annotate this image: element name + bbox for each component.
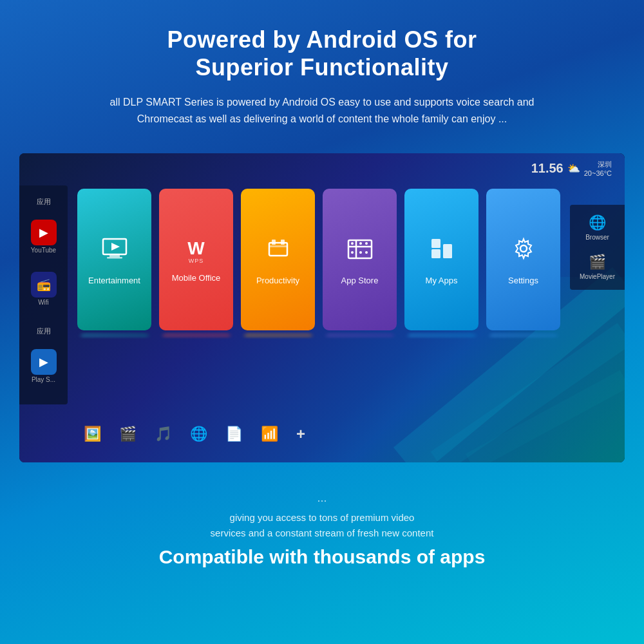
toolbar-wifi-icon[interactable]: 📶 xyxy=(261,426,278,442)
time-display: 11.56 xyxy=(531,161,564,176)
top-section: Powered by Android OS for Superior Funct… xyxy=(0,0,644,140)
subtitle-text: all DLP SMART Series is powered by Andro… xyxy=(97,94,547,127)
svg-rect-10 xyxy=(281,240,285,245)
play-store-icon-box: ▶ xyxy=(31,349,57,375)
weather-info: 深圳 20~36°C xyxy=(584,160,612,178)
youtube-label: YouTube xyxy=(31,247,56,254)
bottom-section: ... giving you access to tons of premium… xyxy=(0,475,644,581)
location: 深圳 xyxy=(584,160,612,169)
toolbar-browser-icon[interactable]: 🌐 xyxy=(190,426,207,442)
apps-area: Entertainment W WPS Mobile Office xyxy=(71,189,567,330)
entertainment-label: Entertainment xyxy=(88,276,140,285)
svg-point-16 xyxy=(365,251,368,254)
browser-icon: 🌐 xyxy=(589,214,606,231)
right-sidebar: 🌐 Browser 🎬 MoviePlayer xyxy=(570,205,625,290)
svg-point-19 xyxy=(365,242,368,245)
svg-point-18 xyxy=(359,242,362,245)
svg-point-23 xyxy=(520,245,527,252)
svg-rect-20 xyxy=(431,239,440,248)
settings-label: Settings xyxy=(508,276,538,285)
app-card-my-apps[interactable]: My Apps xyxy=(404,189,478,330)
toolbar-add-icon[interactable]: + xyxy=(296,425,305,443)
mobile-office-icon: W WPS xyxy=(187,240,204,264)
movieplayer-icon: 🎬 xyxy=(589,254,606,270)
settings-icon xyxy=(511,236,536,267)
svg-marker-6 xyxy=(111,243,120,251)
svg-point-14 xyxy=(351,251,354,254)
sidebar-item-apps-label2: 应用 xyxy=(19,321,68,340)
toolbar-music-icon[interactable]: 🎵 xyxy=(155,426,172,442)
app-card-settings[interactable]: Settings xyxy=(486,189,560,330)
app-card-entertainment[interactable]: Entertainment xyxy=(77,189,151,330)
svg-rect-8 xyxy=(269,245,287,247)
sidebar-chinese-label1: 应用 xyxy=(37,197,51,207)
title-line2: Superior Functionality xyxy=(195,54,448,80)
svg-line-2 xyxy=(470,379,625,462)
svg-rect-4 xyxy=(109,254,120,257)
play-store-icon: ▶ xyxy=(39,355,48,369)
left-sidebar: 应用 ▶ YouTube 📻 Wifi 应用 ▶ Pl xyxy=(19,185,68,404)
radio-icon-box: 📻 xyxy=(31,272,57,298)
browser-label: Browser xyxy=(585,234,609,241)
svg-rect-5 xyxy=(107,257,122,259)
wifi-label: Wifi xyxy=(38,299,49,306)
bottom-main-text: Compatible with thousands of apps xyxy=(52,546,592,568)
entertainment-icon xyxy=(102,236,128,267)
screen-container: 11.56 ⛅ 深圳 20~36°C 应用 ▶ YouTube 📻 xyxy=(19,153,625,462)
sidebar-item-play[interactable]: ▶ Play S... xyxy=(19,345,68,387)
svg-rect-22 xyxy=(443,244,452,258)
right-sidebar-movieplayer[interactable]: 🎬 MoviePlayer xyxy=(580,254,615,280)
radio-icon: 📻 xyxy=(37,278,51,292)
svg-rect-9 xyxy=(272,240,276,245)
my-apps-icon xyxy=(429,236,455,267)
productivity-icon xyxy=(266,236,290,267)
youtube-icon-box: ▶ xyxy=(31,220,57,245)
svg-point-15 xyxy=(359,251,362,254)
svg-point-17 xyxy=(351,242,354,245)
play-label: Play S... xyxy=(32,376,55,383)
temperature: 20~36°C xyxy=(584,169,612,178)
toolbar-video-icon[interactable]: 🎬 xyxy=(119,426,137,442)
app-card-app-store[interactable]: App Store xyxy=(323,189,397,330)
main-title: Powered by Android OS for Superior Funct… xyxy=(52,26,592,81)
sidebar-item-apps-label1: 应用 xyxy=(19,192,68,211)
my-apps-label: My Apps xyxy=(426,276,458,285)
mobile-office-label: Mobile Office xyxy=(172,273,221,283)
svg-rect-7 xyxy=(269,243,287,256)
sidebar-item-radio[interactable]: 📻 Wifi xyxy=(19,268,68,310)
bottom-subtitle: giving you access to tons of premium vid… xyxy=(52,510,592,541)
wps-w-icon: W xyxy=(187,240,204,258)
right-sidebar-browser[interactable]: 🌐 Browser xyxy=(585,214,609,241)
sidebar-chinese-label2: 应用 xyxy=(37,327,51,336)
toolbar-files-icon[interactable]: 📄 xyxy=(225,426,243,442)
svg-rect-21 xyxy=(431,249,440,258)
productivity-label: Productivity xyxy=(256,276,299,285)
sidebar-item-youtube[interactable]: ▶ YouTube xyxy=(19,216,68,258)
app-store-label: App Store xyxy=(341,276,379,285)
app-store-icon xyxy=(347,236,373,267)
toolbar-photos-icon[interactable]: 🖼️ xyxy=(84,426,101,442)
movieplayer-label: MoviePlayer xyxy=(580,273,615,280)
bottom-dots: ... xyxy=(52,491,592,505)
bottom-toolbar: 🖼️ 🎬 🎵 🌐 📄 📶 + xyxy=(71,425,567,443)
screen-top-bar: 11.56 ⛅ 深圳 20~36°C xyxy=(19,153,625,185)
youtube-icon: ▶ xyxy=(39,225,48,240)
app-card-productivity[interactable]: Productivity xyxy=(241,189,315,330)
screen-inner: 11.56 ⛅ 深圳 20~36°C 应用 ▶ YouTube 📻 xyxy=(19,153,625,462)
title-line1: Powered by Android OS for xyxy=(167,26,477,53)
svg-line-1 xyxy=(438,334,625,462)
app-card-mobile-office[interactable]: W WPS Mobile Office xyxy=(159,189,233,330)
weather-icon: ⛅ xyxy=(567,162,580,175)
